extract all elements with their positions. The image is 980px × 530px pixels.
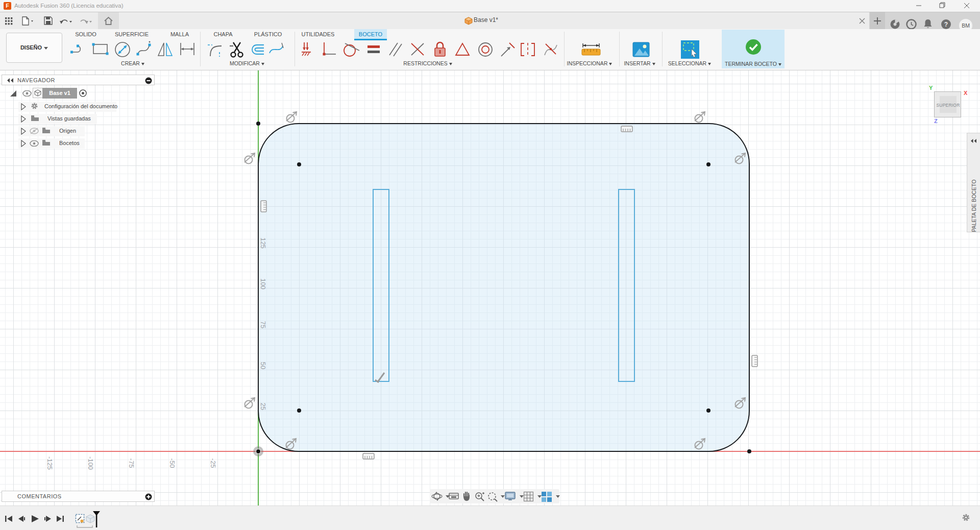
- tab-solido[interactable]: SOLIDO: [70, 29, 101, 40]
- new-tab-button[interactable]: [870, 12, 885, 30]
- offset-tool-icon[interactable]: [249, 41, 266, 58]
- tab-utilidades[interactable]: UTILIDADES: [300, 29, 336, 40]
- line-tool-icon[interactable]: [70, 41, 87, 57]
- tangent-constraint-icon[interactable]: [734, 152, 747, 165]
- tree-item-label[interactable]: Origen: [59, 128, 76, 134]
- collapse-circle-icon[interactable]: [145, 77, 152, 84]
- viewcube[interactable]: SUPERIOR: [934, 91, 961, 117]
- sketch-palette-tab[interactable]: PALETA DE BOCETO: [967, 133, 980, 232]
- tangent-constraint-icon[interactable]: [285, 437, 298, 450]
- select-tool-icon[interactable]: [680, 40, 700, 59]
- tangent-constraint-icon[interactable]: [243, 396, 257, 409]
- gear-icon[interactable]: [962, 513, 970, 522]
- redo-icon[interactable]: [78, 17, 92, 25]
- constraint-lock-icon[interactable]: [432, 41, 448, 59]
- activate-radio-icon[interactable]: [79, 89, 87, 97]
- undo-icon[interactable]: [59, 17, 73, 25]
- insert-image-icon[interactable]: [632, 40, 650, 59]
- tangent-constraint-icon[interactable]: [734, 396, 747, 409]
- constraint-equal-icon[interactable]: [366, 41, 381, 58]
- look-at-icon[interactable]: [448, 492, 459, 501]
- spline-tool-icon[interactable]: [136, 41, 152, 58]
- constraint-symmetry-icon[interactable]: [520, 41, 536, 58]
- help-icon[interactable]: ?: [941, 19, 951, 30]
- sketch-point[interactable]: [747, 449, 751, 453]
- group-constraints[interactable]: RESTRICCIONES: [400, 60, 456, 66]
- viewports-icon[interactable]: [541, 491, 552, 502]
- constraint-perpendicular-icon[interactable]: [321, 41, 337, 58]
- tree-item-label[interactable]: Vistas guardadas: [47, 115, 91, 122]
- dimension-ruler-icon[interactable]: [621, 126, 633, 133]
- constraint-curvature-icon[interactable]: [543, 41, 559, 58]
- save-icon[interactable]: [44, 16, 53, 25]
- dimension-ruler-icon[interactable]: [260, 200, 267, 212]
- constraint-check-icon[interactable]: [374, 371, 386, 383]
- constraint-parallel-icon[interactable]: [388, 41, 403, 58]
- timeline-go-end-icon[interactable]: [56, 515, 65, 522]
- constraint-concentric-icon[interactable]: [477, 41, 494, 58]
- extensions-icon[interactable]: [890, 19, 900, 30]
- constraint-midpoint-icon[interactable]: [499, 41, 516, 58]
- tree-item-label[interactable]: Configuración del documento: [44, 103, 117, 109]
- sketch-slot-left[interactable]: [373, 189, 389, 382]
- dimension-ruler-icon[interactable]: [362, 453, 375, 460]
- trim-tool-icon[interactable]: [228, 41, 246, 58]
- close-button[interactable]: [958, 0, 975, 11]
- group-inspect[interactable]: INSPECCIONAR: [564, 60, 615, 66]
- timeline-sketch-feature-icon[interactable]: [75, 514, 85, 525]
- collapsed-arrow-icon[interactable]: [20, 103, 26, 110]
- timeline-play-icon[interactable]: [30, 515, 39, 523]
- collapsed-arrow-icon[interactable]: [20, 128, 26, 135]
- constraint-fix-icon[interactable]: [300, 41, 314, 58]
- grid-settings-icon[interactable]: [523, 491, 534, 502]
- group-select[interactable]: SELECCIONAR: [664, 60, 716, 66]
- close-tab-icon[interactable]: [859, 17, 866, 25]
- tree-item-sketches[interactable]: Bocetos: [0, 138, 156, 149]
- display-settings-icon[interactable]: [504, 491, 517, 501]
- tree-item-origin[interactable]: Origen: [0, 126, 156, 136]
- rectangle-tool-icon[interactable]: [92, 41, 109, 57]
- sketch-point[interactable]: [706, 408, 710, 413]
- origin-point[interactable]: [253, 446, 263, 456]
- notifications-bell-icon[interactable]: [923, 18, 933, 30]
- tangent-constraint-icon[interactable]: [285, 110, 299, 124]
- collapsed-arrow-icon[interactable]: [20, 140, 26, 147]
- file-menu-icon[interactable]: [21, 16, 34, 26]
- minimize-button[interactable]: [910, 0, 927, 11]
- finish-sketch-button[interactable]: TERMINAR BOCETO: [722, 30, 785, 68]
- sketch-slot-right[interactable]: [618, 189, 635, 382]
- tree-item-label-selected[interactable]: Base v1: [42, 88, 77, 99]
- sketch-point[interactable]: [256, 122, 260, 126]
- dimension-ruler-icon[interactable]: [751, 355, 758, 367]
- visibility-eye-icon[interactable]: [22, 90, 32, 97]
- orbit-icon[interactable]: [431, 491, 443, 502]
- tab-boceto[interactable]: BOCETO: [354, 29, 387, 40]
- tree-item-saved-views[interactable]: Vistas guardadas: [0, 114, 156, 124]
- expand-arrow-icon[interactable]: [10, 90, 17, 98]
- tab-malla[interactable]: MALLA: [164, 29, 195, 40]
- tab-plastico[interactable]: PLÁSTICO: [251, 29, 285, 40]
- tangent-constraint-icon[interactable]: [694, 110, 707, 124]
- mirror-tool-icon[interactable]: [157, 41, 174, 58]
- timeline-step-back-icon[interactable]: [17, 515, 26, 522]
- workspace-selector[interactable]: DISEÑO: [6, 33, 62, 63]
- collapse-arrows-icon[interactable]: [6, 78, 14, 83]
- active-document-tab[interactable]: [0, 12, 869, 30]
- tab-chapa[interactable]: CHAPA: [208, 29, 238, 40]
- constraint-collinear-icon[interactable]: [410, 41, 425, 58]
- sketch-point[interactable]: [706, 162, 710, 166]
- document-tab-title[interactable]: Base v1*: [474, 16, 498, 23]
- sketch-dimension-tool-icon[interactable]: [179, 41, 196, 57]
- tab-superficie[interactable]: SUPERFICIE: [113, 29, 150, 40]
- fillet-tool-icon[interactable]: [206, 41, 224, 58]
- sketch-profile-rounded-rect[interactable]: [258, 123, 750, 452]
- timeline-marker[interactable]: [92, 511, 101, 528]
- zoom-icon[interactable]: [474, 491, 485, 502]
- circle-tool-icon[interactable]: [114, 41, 131, 58]
- maximize-button[interactable]: [933, 0, 950, 11]
- visibility-off-eye-icon[interactable]: [30, 128, 39, 134]
- collapsed-arrow-icon[interactable]: [20, 115, 26, 123]
- tree-item-doc-settings[interactable]: Configuración del documento: [0, 102, 156, 112]
- tangent-constraint-icon[interactable]: [694, 437, 707, 450]
- fit-view-icon[interactable]: [487, 491, 498, 502]
